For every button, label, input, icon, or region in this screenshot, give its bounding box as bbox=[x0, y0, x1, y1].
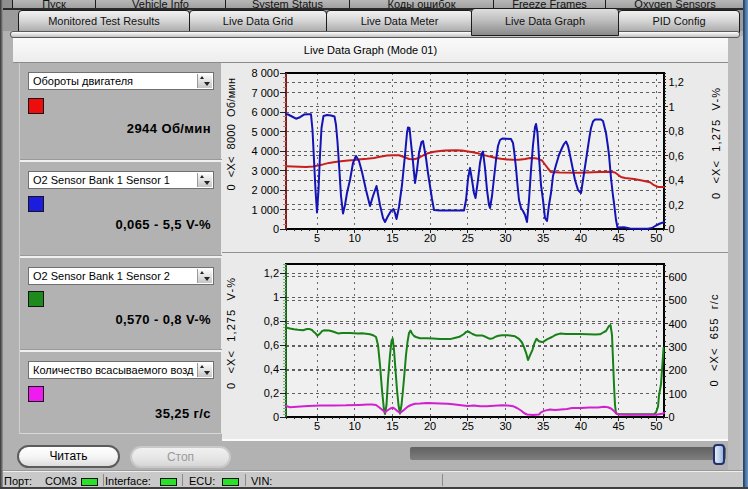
svg-text:0: 0 bbox=[273, 411, 279, 423]
svg-text:500: 500 bbox=[669, 294, 687, 306]
svg-text:1: 1 bbox=[273, 291, 279, 303]
svg-text:0,8: 0,8 bbox=[264, 315, 279, 327]
svg-text:10: 10 bbox=[349, 232, 361, 244]
svg-text:15: 15 bbox=[386, 232, 398, 244]
svg-text:0: 0 bbox=[669, 223, 675, 235]
svg-text:0,6: 0,6 bbox=[669, 150, 684, 162]
svg-text:0,2: 0,2 bbox=[669, 199, 684, 211]
svg-text:5: 5 bbox=[314, 420, 320, 432]
svg-text:0 <X< 1,275 V-%: 0 <X< 1,275 V-% bbox=[225, 277, 237, 389]
svg-text:1: 1 bbox=[669, 101, 675, 113]
svg-text:0,8: 0,8 bbox=[669, 125, 684, 137]
svg-text:15: 15 bbox=[386, 420, 398, 432]
svg-text:5 000: 5 000 bbox=[251, 126, 279, 138]
svg-text:0 <X< 8000 Об/мин: 0 <X< 8000 Об/мин bbox=[225, 78, 237, 191]
svg-text:200: 200 bbox=[669, 364, 687, 376]
svg-text:40: 40 bbox=[575, 232, 587, 244]
svg-text:0 <X< 1,275 V-%: 0 <X< 1,275 V-% bbox=[710, 87, 722, 199]
svg-text:35: 35 bbox=[537, 420, 549, 432]
svg-text:20: 20 bbox=[424, 420, 436, 432]
svg-text:6 000: 6 000 bbox=[251, 106, 279, 118]
svg-text:10: 10 bbox=[349, 420, 361, 432]
svg-text:50: 50 bbox=[650, 420, 662, 432]
svg-text:100: 100 bbox=[669, 388, 687, 400]
svg-text:7 000: 7 000 bbox=[251, 87, 279, 99]
svg-text:0: 0 bbox=[273, 223, 279, 235]
svg-text:0,4: 0,4 bbox=[669, 174, 684, 186]
svg-text:2 000: 2 000 bbox=[251, 184, 279, 196]
svg-text:600: 600 bbox=[669, 271, 687, 283]
svg-text:35: 35 bbox=[537, 232, 549, 244]
svg-text:50: 50 bbox=[650, 232, 662, 244]
svg-text:1,2: 1,2 bbox=[264, 267, 279, 279]
svg-text:1 000: 1 000 bbox=[251, 204, 279, 216]
svg-text:0 <X< 655 г/с: 0 <X< 655 г/с bbox=[708, 293, 720, 386]
svg-text:40: 40 bbox=[575, 420, 587, 432]
svg-text:3 000: 3 000 bbox=[251, 165, 279, 177]
svg-text:300: 300 bbox=[669, 341, 687, 353]
svg-text:400: 400 bbox=[669, 318, 687, 330]
svg-text:30: 30 bbox=[499, 232, 511, 244]
svg-text:0,2: 0,2 bbox=[264, 387, 279, 399]
svg-text:45: 45 bbox=[612, 232, 624, 244]
svg-text:4 000: 4 000 bbox=[251, 145, 279, 157]
svg-text:8 000: 8 000 bbox=[251, 67, 279, 79]
svg-text:0,4: 0,4 bbox=[264, 363, 279, 375]
svg-text:1,2: 1,2 bbox=[669, 76, 684, 88]
svg-text:25: 25 bbox=[462, 420, 474, 432]
svg-text:5: 5 bbox=[314, 232, 320, 244]
svg-text:25: 25 bbox=[462, 232, 474, 244]
svg-text:0: 0 bbox=[669, 411, 675, 423]
svg-text:0,6: 0,6 bbox=[264, 339, 279, 351]
svg-text:45: 45 bbox=[612, 420, 624, 432]
svg-text:30: 30 bbox=[499, 420, 511, 432]
svg-text:20: 20 bbox=[424, 232, 436, 244]
